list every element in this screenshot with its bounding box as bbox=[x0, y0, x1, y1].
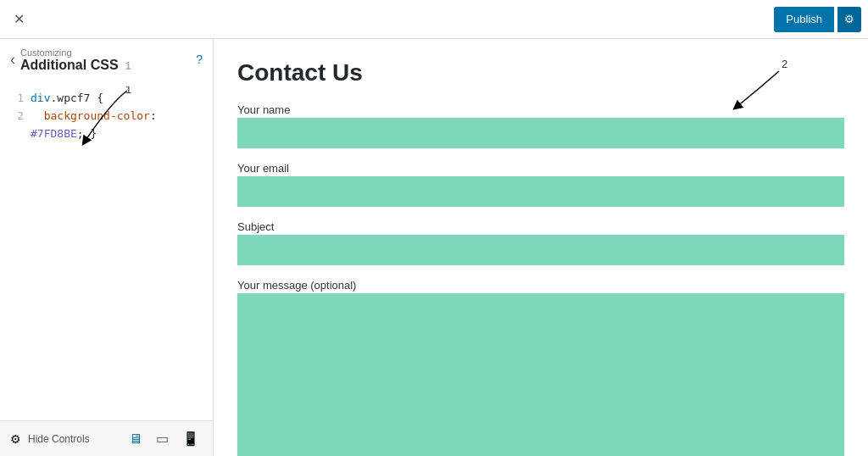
main-layout: ‹ Customizing Additional CSS 1 ? 1 div.w… bbox=[0, 39, 868, 456]
hide-controls-button[interactable]: Hide Controls bbox=[28, 433, 90, 445]
field-label-email: Your email bbox=[237, 162, 844, 175]
field-input-name[interactable] bbox=[237, 118, 844, 148]
field-input-message[interactable] bbox=[237, 293, 844, 456]
settings-icon: ⚙ bbox=[10, 432, 21, 446]
code-line-2: 2 background-color: #7FD8BE; } bbox=[10, 108, 203, 143]
field-input-subject[interactable] bbox=[237, 235, 844, 265]
code-text-1: div.wpcf7 { bbox=[31, 90, 103, 108]
field-input-email[interactable] bbox=[237, 176, 844, 207]
page-title: Contact Us bbox=[237, 59, 844, 86]
form-field-subject: Subject bbox=[237, 220, 844, 265]
back-button[interactable]: ‹ bbox=[10, 51, 15, 69]
close-icon: ✕ bbox=[14, 11, 25, 27]
publish-button[interactable]: Publish bbox=[774, 7, 834, 32]
mobile-view-button[interactable]: 📱 bbox=[179, 429, 203, 448]
help-button[interactable]: ? bbox=[196, 53, 203, 66]
form-field-email: Your email bbox=[237, 162, 844, 207]
line-num-1: 1 bbox=[10, 90, 24, 108]
preview-area: 2 Contact Us Your name Your email Subjec… bbox=[214, 39, 868, 456]
form-field-name: Your name bbox=[237, 103, 844, 148]
form-field-message: Your message (optional) bbox=[237, 279, 844, 456]
code-text-2: background-color: #7FD8BE; } bbox=[31, 108, 203, 143]
publish-gear-button[interactable]: ⚙ bbox=[837, 7, 861, 32]
sidebar: ‹ Customizing Additional CSS 1 ? 1 div.w… bbox=[0, 39, 214, 456]
section-title: Additional CSS 1 bbox=[20, 58, 196, 73]
field-label-subject: Subject bbox=[237, 220, 844, 233]
field-label-message: Your message (optional) bbox=[237, 279, 844, 292]
field-label-name: Your name bbox=[237, 103, 844, 116]
section-number: 1 bbox=[125, 59, 131, 72]
tablet-view-button[interactable]: ▭ bbox=[153, 429, 172, 448]
top-bar: ✕ Publish ⚙ bbox=[0, 0, 868, 39]
code-editor[interactable]: 1 div.wpcf7 { 2 background-color: #7FD8B… bbox=[0, 83, 213, 420]
line-num-2: 2 bbox=[10, 108, 24, 143]
code-line-1: 1 div.wpcf7 { bbox=[10, 90, 203, 108]
close-button[interactable]: ✕ bbox=[7, 8, 31, 31]
customizing-label: Customizing bbox=[20, 47, 196, 58]
sidebar-header: ‹ Customizing Additional CSS 1 ? bbox=[0, 39, 213, 76]
sidebar-footer: ⚙ Hide Controls 🖥 ▭ 📱 bbox=[0, 420, 213, 456]
desktop-view-button[interactable]: 🖥 bbox=[125, 430, 146, 448]
section-title-text: Additional CSS bbox=[20, 58, 119, 73]
sidebar-title-group: Customizing Additional CSS 1 bbox=[20, 47, 196, 73]
gear-icon: ⚙ bbox=[844, 13, 854, 25]
